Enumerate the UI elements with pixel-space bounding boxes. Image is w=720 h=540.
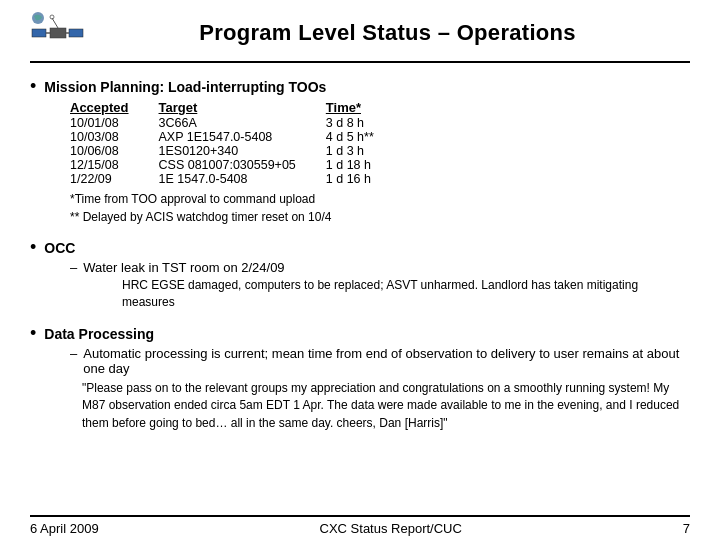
table-row: 10/01/083C66A3 d 8 h: [70, 116, 404, 130]
svg-rect-0: [50, 28, 66, 38]
table-cell: 10/01/08: [70, 116, 159, 130]
dp-quote: "Please pass on to the relevant groups m…: [82, 380, 690, 432]
col-time: Time*: [326, 99, 404, 116]
section-title-mission: Mission Planning: Load-interrupting TOOs: [44, 79, 326, 95]
footer: 6 April 2009 CXC Status Report/CUC 7: [30, 515, 690, 540]
svg-line-5: [52, 18, 58, 28]
main-content: • Mission Planning: Load-interrupting TO…: [30, 73, 690, 515]
bullet-mission: •: [30, 77, 36, 95]
table-cell: 10/06/08: [70, 144, 159, 158]
table-cell: 1/22/09: [70, 172, 159, 186]
dp-item: – Automatic processing is current; mean …: [70, 346, 690, 376]
bullet-occ: •: [30, 238, 36, 256]
table-cell: 1E 1547.0-5408: [159, 172, 326, 186]
footer-center: CXC Status Report/CUC: [320, 521, 462, 536]
footnote-1: *Time from TOO approval to command uploa…: [70, 190, 690, 208]
section-header-dp: • Data Processing: [30, 324, 690, 342]
table-cell: 3C66A: [159, 116, 326, 130]
bullet-dp: •: [30, 324, 36, 342]
table-row: 12/15/08CSS 081007:030559+051 d 18 h: [70, 158, 404, 172]
svg-rect-1: [32, 29, 46, 37]
section-occ: • OCC – Water leak in TST room on 2/24/0…: [30, 238, 690, 312]
header: Program Level Status – Operations: [30, 0, 690, 63]
table-cell: 1ES0120+340: [159, 144, 326, 158]
table-cell: AXP 1E1547.0-5408: [159, 130, 326, 144]
section-mission-planning: • Mission Planning: Load-interrupting TO…: [30, 77, 690, 226]
occ-text: Water leak in TST room on 2/24/09: [83, 260, 284, 275]
dp-dash: –: [70, 346, 77, 376]
occ-dash-item: – Water leak in TST room on 2/24/09: [70, 260, 690, 275]
mission-table: Accepted Target Time* 10/01/083C66A3 d 8…: [70, 99, 404, 186]
occ-dash: –: [70, 260, 77, 275]
table-cell: CSS 081007:030559+05: [159, 158, 326, 172]
svg-rect-2: [69, 29, 83, 37]
toc-table: Accepted Target Time* 10/01/083C66A3 d 8…: [70, 99, 690, 186]
col-accepted: Accepted: [70, 99, 159, 116]
page: Program Level Status – Operations • Miss…: [0, 0, 720, 540]
occ-item: – Water leak in TST room on 2/24/09 HRC …: [70, 260, 690, 312]
section-title-dp: Data Processing: [44, 326, 154, 342]
col-target: Target: [159, 99, 326, 116]
table-cell: 1 d 16 h: [326, 172, 404, 186]
toc-footnotes: *Time from TOO approval to command uploa…: [70, 190, 690, 226]
occ-detail: HRC EGSE damaged, computers to be replac…: [122, 277, 690, 312]
section-header-occ: • OCC: [30, 238, 690, 256]
page-title: Program Level Status – Operations: [85, 20, 690, 46]
table-cell: 3 d 8 h: [326, 116, 404, 130]
dp-text: Automatic processing is current; mean ti…: [83, 346, 690, 376]
table-row: 10/06/081ES0120+3401 d 3 h: [70, 144, 404, 158]
table-row: 1/22/091E 1547.0-54081 d 16 h: [70, 172, 404, 186]
dp-dash-item: – Automatic processing is current; mean …: [70, 346, 690, 376]
section-title-occ: OCC: [44, 240, 75, 256]
footnote-2: ** Delayed by ACIS watchdog timer reset …: [70, 208, 690, 226]
table-cell: 1 d 18 h: [326, 158, 404, 172]
table-row: 10/03/08AXP 1E1547.0-54084 d 5 h**: [70, 130, 404, 144]
table-header-row: Accepted Target Time*: [70, 99, 404, 116]
table-cell: 12/15/08: [70, 158, 159, 172]
footer-date: 6 April 2009: [30, 521, 99, 536]
table-cell: 4 d 5 h**: [326, 130, 404, 144]
table-cell: 1 d 3 h: [326, 144, 404, 158]
satellite-icon: [30, 10, 85, 55]
footer-page: 7: [683, 521, 690, 536]
table-cell: 10/03/08: [70, 130, 159, 144]
section-header-mission: • Mission Planning: Load-interrupting TO…: [30, 77, 690, 95]
section-data-processing: • Data Processing – Automatic processing…: [30, 324, 690, 432]
